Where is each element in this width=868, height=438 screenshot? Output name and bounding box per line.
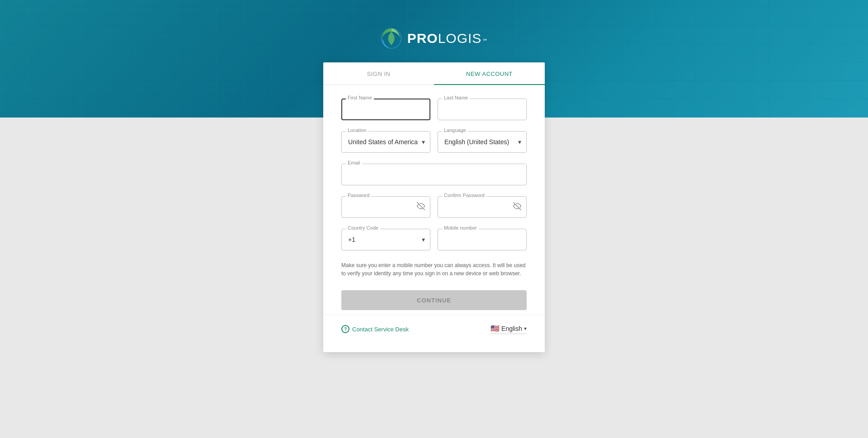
registration-form: First Name Last Name Location United Sta… — [323, 99, 545, 310]
language-label: Language — [442, 127, 468, 133]
logo: PRO LOGIS ℠ — [380, 27, 488, 50]
login-card: SIGN IN NEW ACCOUNT First Name Last Name… — [323, 62, 545, 352]
logo-icon — [380, 27, 403, 50]
country-code-select[interactable]: +1 +44 +49 +33 +81 +86 +61 — [341, 229, 430, 250]
footer-language-chevron-icon: ▾ — [524, 325, 527, 332]
first-name-group: First Name — [341, 99, 430, 120]
language-group: Language English (United States) English… — [438, 131, 527, 153]
continue-button[interactable]: CONTINUE — [341, 290, 527, 310]
confirm-password-group: Confirm Password — [438, 196, 527, 218]
tabs-container: SIGN IN NEW ACCOUNT — [323, 62, 545, 85]
last-name-input[interactable] — [438, 99, 527, 120]
confirm-password-label: Confirm Password — [442, 193, 486, 198]
password-label: Password — [346, 193, 371, 198]
country-code-label: Country Code — [346, 225, 380, 231]
password-row: Password Confirm Password — [341, 196, 527, 218]
email-input[interactable] — [341, 164, 527, 185]
email-group: Email — [341, 164, 527, 185]
location-select-wrapper: United States of America United Kingdom … — [341, 131, 430, 153]
logo-bold: PRO — [407, 31, 438, 46]
last-name-group: Last Name — [438, 99, 527, 120]
country-code-select-wrapper: +1 +44 +49 +33 +81 +86 +61 ▾ — [341, 229, 430, 250]
card-footer: ? Contact Service Desk 🇺🇸 English ▾ — [323, 315, 545, 334]
first-name-input[interactable] — [341, 99, 430, 120]
location-label: Location — [346, 127, 368, 133]
footer-language-label: English — [501, 325, 522, 332]
confirm-password-input-wrapper — [438, 196, 527, 218]
last-name-label: Last Name — [442, 95, 470, 100]
mobile-group: Mobile number — [438, 229, 527, 250]
email-label: Email — [346, 160, 362, 165]
contact-service-desk-link[interactable]: ? Contact Service Desk — [341, 325, 409, 333]
country-code-group: Country Code +1 +44 +49 +33 +81 +86 +61 … — [341, 229, 430, 250]
name-row: First Name Last Name — [341, 99, 527, 120]
tab-sign-in[interactable]: SIGN IN — [323, 62, 434, 85]
password-toggle-icon[interactable] — [417, 202, 425, 212]
help-text: Make sure you enter a mobile number you … — [341, 261, 527, 278]
first-name-label: First Name — [346, 95, 374, 100]
logo-trademark: ℠ — [482, 38, 488, 44]
flag-icon: 🇺🇸 — [491, 324, 500, 333]
location-group: Location United States of America United… — [341, 131, 430, 153]
phone-row: Country Code +1 +44 +49 +33 +81 +86 +61 … — [341, 229, 527, 250]
contact-label: Contact Service Desk — [352, 326, 409, 333]
language-select[interactable]: English (United States) English (United … — [438, 131, 527, 153]
logo-text: PRO LOGIS ℠ — [407, 31, 488, 46]
logo-light: LOGIS — [438, 31, 482, 46]
contact-help-icon: ? — [341, 325, 349, 333]
email-row: Email — [341, 164, 527, 185]
tab-new-account[interactable]: NEW ACCOUNT — [434, 62, 545, 85]
mobile-input[interactable] — [438, 229, 527, 250]
language-select-wrapper: English (United States) English (United … — [438, 131, 527, 153]
password-group: Password — [341, 196, 430, 218]
confirm-password-toggle-icon[interactable] — [513, 202, 521, 212]
location-language-row: Location United States of America United… — [341, 131, 527, 153]
location-select[interactable]: United States of America United Kingdom … — [341, 131, 430, 153]
password-input-wrapper — [341, 196, 430, 218]
mobile-label: Mobile number — [442, 225, 479, 231]
language-footer-select[interactable]: 🇺🇸 English ▾ — [491, 324, 527, 334]
